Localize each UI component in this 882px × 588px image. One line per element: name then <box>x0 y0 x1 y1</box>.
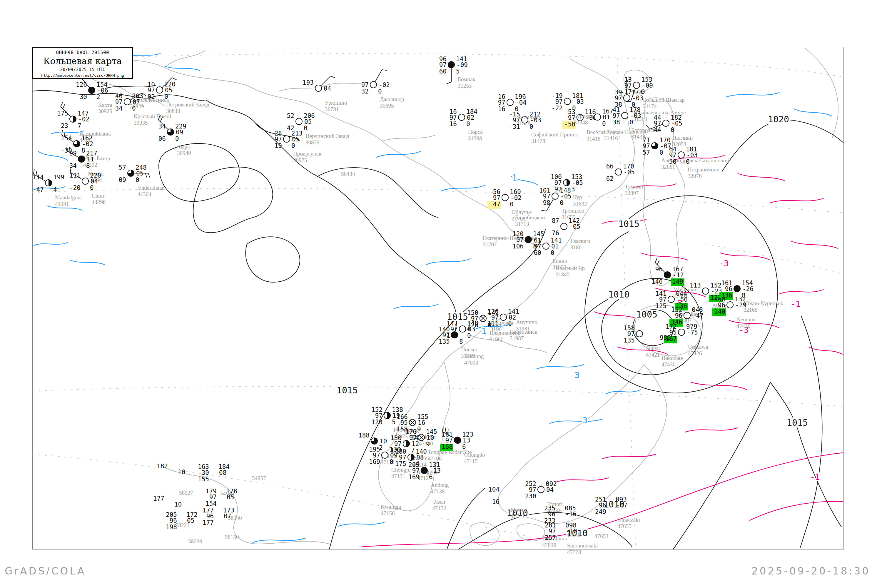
station-value-bl: 257 <box>545 534 556 541</box>
station-name: Matsue <box>511 507 527 513</box>
station-value-bl: 154 <box>206 500 217 507</box>
station-value-tl: 126 <box>76 81 87 88</box>
wind-barb-tick <box>61 102 63 107</box>
station-plot: 19304Урюпино30781 <box>303 76 347 112</box>
station-value-br: 0 <box>572 105 576 112</box>
isobar-label: 1005 <box>636 309 657 320</box>
station-plot: 54857 <box>252 475 266 481</box>
station-name: Andong <box>431 482 449 488</box>
station-value-tl: 177 <box>153 495 164 502</box>
station-value-r: 16 <box>418 419 425 426</box>
station-value-bl: 44 <box>654 126 661 134</box>
station-name: Южно-Курильск <box>744 300 783 306</box>
station-plot: 9732-020Джалинда30695 <box>362 70 404 109</box>
rise-lines-path <box>726 93 779 97</box>
cloud-cover-circle <box>615 169 621 175</box>
station-plot: 18197168123136Ullungdo47115 <box>440 427 485 464</box>
cover-half <box>48 180 52 186</box>
cloud-cover-circle <box>156 87 163 93</box>
station-value-ml: 97 <box>615 94 622 102</box>
station-id: 31416 <box>604 135 618 141</box>
cloud-cover-circle <box>684 312 690 319</box>
station-id: 31253 <box>458 82 472 89</box>
station-plot: Ulsan47152 <box>432 499 446 511</box>
graticule-path <box>32 454 559 544</box>
station-id: 31961 <box>490 326 504 332</box>
station-value-br: 0 <box>466 120 470 128</box>
station-id: 31388 <box>468 135 482 141</box>
isobars-borders-path <box>246 237 300 282</box>
station-value-r: 01 <box>603 114 610 121</box>
station-id: 47895 <box>542 542 556 548</box>
station-value-bl: 38 <box>613 119 620 126</box>
tendency-label-fall: -1 <box>790 299 801 309</box>
station-value-ml: 97 <box>513 117 520 124</box>
station-id: 31174 <box>643 103 657 110</box>
station-value-r: -75 <box>687 329 698 336</box>
station-value-ml: 97 <box>555 179 562 186</box>
map-datetime: 20/09/2025 15 UTC <box>33 67 132 72</box>
cloud-cover-circle <box>543 243 549 249</box>
station-value-r: 07 <box>133 99 140 105</box>
station-value-ml: 97 <box>654 120 661 127</box>
cloud-cover-circle <box>382 452 388 458</box>
station-value-br: 0 <box>560 200 564 206</box>
station-name: Ноглики <box>672 135 693 141</box>
isobars-borders-path <box>318 168 438 218</box>
fall-lines-path <box>603 454 656 459</box>
station-id: 47152 <box>432 505 446 511</box>
station-value-br: 0 <box>132 105 136 112</box>
station-value-tl: 104 <box>488 486 500 493</box>
station-value-ml: 97 <box>115 99 123 105</box>
station-value-br: 8 <box>86 162 90 170</box>
station-value-r: -05 <box>569 223 580 230</box>
station-value-br: 8 <box>81 147 85 154</box>
station-value-bl: 175 <box>395 460 406 468</box>
station-value-br: 0 <box>630 119 633 126</box>
station-value-br: 0 <box>378 88 382 95</box>
cloud-cover-circle <box>88 87 95 93</box>
station-value-br: 6 <box>429 474 433 481</box>
station-value-r: -13 <box>429 467 441 474</box>
station-plot: 50434 <box>341 171 355 177</box>
isobar-label: 1015 <box>618 219 639 229</box>
graticule-path <box>32 189 843 213</box>
station-value-br: 7 <box>78 122 81 129</box>
tendency-label-fall: -3 <box>719 259 729 268</box>
station-value-bl: 60 <box>439 68 447 75</box>
station-plot: 2529723009204Tottori47746 <box>525 480 562 514</box>
station-name: Senbong <box>464 353 484 359</box>
station-plot: 28197257098-10Shionomisaki47778 <box>545 522 598 555</box>
station-value-ml: 97 <box>643 142 650 150</box>
station-plot: 12630154-062Кяхта30925 <box>76 73 112 114</box>
coastlines-path <box>382 135 435 141</box>
station-value-r: -07 <box>616 502 627 509</box>
station-value-ml: 97 <box>613 112 620 119</box>
station-value-bl: 16 <box>492 498 500 506</box>
station-value-r: -29 <box>735 302 747 309</box>
station-value-ml: 97 <box>669 152 676 159</box>
rise-lines-path <box>70 260 104 265</box>
station-value-r: 08 <box>416 454 424 461</box>
rise-lines-path <box>426 259 470 265</box>
wind-barb-tick <box>63 104 64 109</box>
station-id: 30925 <box>98 108 112 114</box>
isobars-borders-path <box>800 316 822 548</box>
cloud-cover-circle <box>727 302 733 308</box>
station-id: 47430 <box>662 362 676 368</box>
station-value-bl: 47 <box>493 201 500 208</box>
station-value-tr: 199 <box>53 174 64 181</box>
station-value-br: 8 <box>459 338 463 345</box>
station-value-bl: 249 <box>595 508 606 515</box>
wind-barb-shaft <box>375 70 382 82</box>
cover-half <box>73 116 76 122</box>
station-name: Choir <box>92 193 105 199</box>
station-value-r: -47 <box>692 312 704 319</box>
station-plot: Красный Яр31845 <box>556 265 585 278</box>
station-value-bl: -22 <box>552 105 563 112</box>
station-value-bl: 106 <box>513 243 524 250</box>
station-value-tl: 66 <box>606 163 614 170</box>
station-name: Кыра <box>177 144 190 150</box>
station-id: 58027 <box>179 490 193 496</box>
station-name: Kwangju <box>381 504 401 510</box>
